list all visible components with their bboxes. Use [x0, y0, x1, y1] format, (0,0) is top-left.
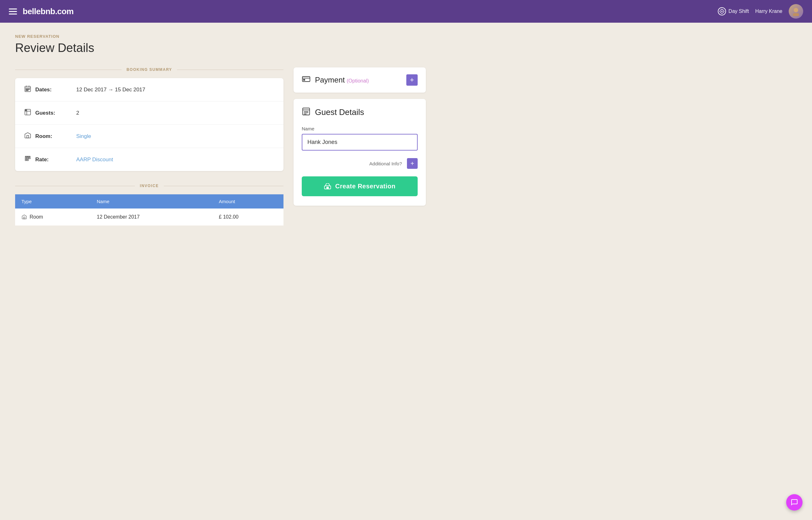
- breadcrumb: NEW RESERVATION: [15, 34, 426, 39]
- guests-label: Guests:: [35, 110, 76, 116]
- svg-rect-27: [27, 159, 28, 161]
- payment-title: Payment(Optional): [315, 76, 369, 84]
- dates-row: Dates: 12 Dec 2017 → 15 Dec 2017: [15, 78, 284, 101]
- svg-rect-26: [25, 159, 26, 161]
- invoice-label: INVOICE: [135, 184, 164, 188]
- header-left: bellebnb.com: [9, 7, 74, 17]
- chat-bubble-button[interactable]: [786, 494, 803, 511]
- shift-label: Day Shift: [729, 8, 749, 14]
- additional-info-row: Additional Info? +: [302, 158, 418, 169]
- payment-icon: [302, 76, 311, 84]
- room-icon: [24, 132, 35, 141]
- guest-name-input[interactable]: [302, 134, 418, 151]
- main-content: NEW RESERVATION Review Details BOOKING S…: [0, 23, 441, 237]
- svg-rect-7: [793, 13, 799, 16]
- invoice-section: INVOICE Type Name Amount: [15, 184, 284, 226]
- right-column: Payment(Optional) +: [293, 68, 426, 206]
- svg-rect-35: [303, 77, 310, 82]
- content-layout: BOOKING SUMMARY: [15, 68, 426, 226]
- room-row: Room: Single: [15, 125, 284, 148]
- header-right: Day Shift Harry Krane: [718, 4, 803, 19]
- booking-summary-card: Dates: 12 Dec 2017 → 15 Dec 2017 Guests:: [15, 78, 284, 171]
- svg-point-1: [721, 11, 723, 12]
- col-name: Name: [90, 194, 213, 208]
- svg-point-20: [26, 110, 26, 111]
- rate-icon: [24, 155, 35, 164]
- payment-optional: (Optional): [347, 78, 369, 83]
- svg-rect-15: [26, 90, 27, 91]
- room-label: Room:: [35, 133, 76, 139]
- svg-rect-21: [27, 135, 29, 138]
- rate-label: Rate:: [35, 157, 76, 163]
- avatar[interactable]: [789, 4, 803, 19]
- create-reservation-button[interactable]: Create Reservation: [302, 176, 418, 196]
- svg-point-6: [794, 8, 798, 12]
- dates-value: 12 Dec 2017 → 15 Dec 2017: [76, 87, 145, 93]
- additional-info-add-button[interactable]: +: [407, 158, 418, 169]
- name-field-label: Name: [302, 126, 418, 131]
- svg-rect-13: [27, 89, 28, 89]
- dates-label: Dates:: [35, 87, 76, 93]
- row-amount: £ 102.00: [213, 208, 284, 226]
- hamburger-menu[interactable]: [9, 8, 17, 15]
- page-title: Review Details: [15, 41, 426, 55]
- rate-row: Rate: AARP Discount: [15, 148, 284, 171]
- guest-details-icon: [302, 107, 311, 117]
- invoice-divider: INVOICE: [15, 184, 284, 188]
- col-type: Type: [15, 194, 90, 208]
- booking-summary-label: BOOKING SUMMARY: [122, 68, 177, 72]
- guests-icon: [24, 108, 35, 118]
- username-label: Harry Krane: [755, 8, 782, 14]
- row-type: Room: [15, 208, 90, 226]
- guest-details-title: Guest Details: [315, 107, 364, 117]
- svg-rect-16: [27, 90, 28, 91]
- svg-rect-37: [303, 79, 305, 80]
- left-column: BOOKING SUMMARY: [15, 68, 284, 226]
- room-value[interactable]: Single: [76, 133, 91, 139]
- payment-title-area: Payment(Optional): [302, 76, 369, 84]
- payment-add-button[interactable]: +: [406, 74, 418, 86]
- svg-rect-25: [29, 157, 30, 159]
- svg-rect-24: [27, 157, 28, 159]
- svg-rect-12: [26, 89, 27, 89]
- payment-card: Payment(Optional) +: [293, 68, 426, 93]
- svg-rect-14: [29, 89, 30, 89]
- row-name: 12 December 2017: [90, 208, 213, 226]
- avatar-image: [789, 4, 803, 19]
- shift-info[interactable]: Day Shift: [718, 7, 749, 16]
- svg-rect-44: [326, 187, 329, 188]
- booking-summary-divider: BOOKING SUMMARY: [15, 68, 284, 72]
- svg-rect-33: [24, 217, 25, 219]
- guests-row: Guests: 2: [15, 101, 284, 125]
- table-row: Room 12 December 2017 £ 102.00: [15, 208, 284, 226]
- guests-value: 2: [76, 110, 79, 116]
- shift-icon: [718, 7, 726, 16]
- col-amount: Amount: [213, 194, 284, 208]
- guest-title-area: Guest Details: [302, 107, 418, 117]
- invoice-table: Type Name Amount: [15, 194, 284, 226]
- additional-info-label: Additional Info?: [369, 161, 402, 166]
- logo: bellebnb.com: [23, 7, 74, 17]
- svg-rect-23: [25, 157, 26, 159]
- header: bellebnb.com Day Shift Harry Krane: [0, 0, 812, 23]
- calendar-icon: [24, 85, 35, 94]
- rate-value[interactable]: AARP Discount: [76, 157, 113, 163]
- guest-details-card: Guest Details Name Additional Info? + Cr…: [293, 99, 426, 206]
- invoice-table-header: Type Name Amount: [15, 194, 284, 208]
